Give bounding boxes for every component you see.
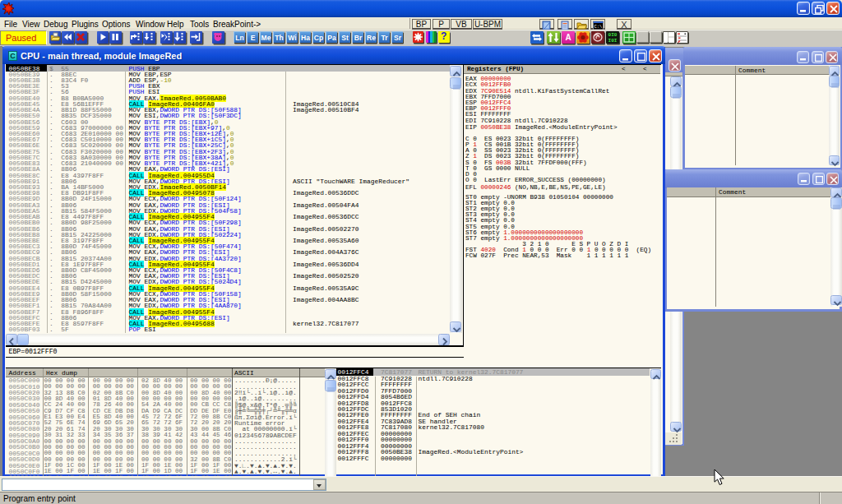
svg-text:C:\: C:\: [594, 24, 602, 30]
